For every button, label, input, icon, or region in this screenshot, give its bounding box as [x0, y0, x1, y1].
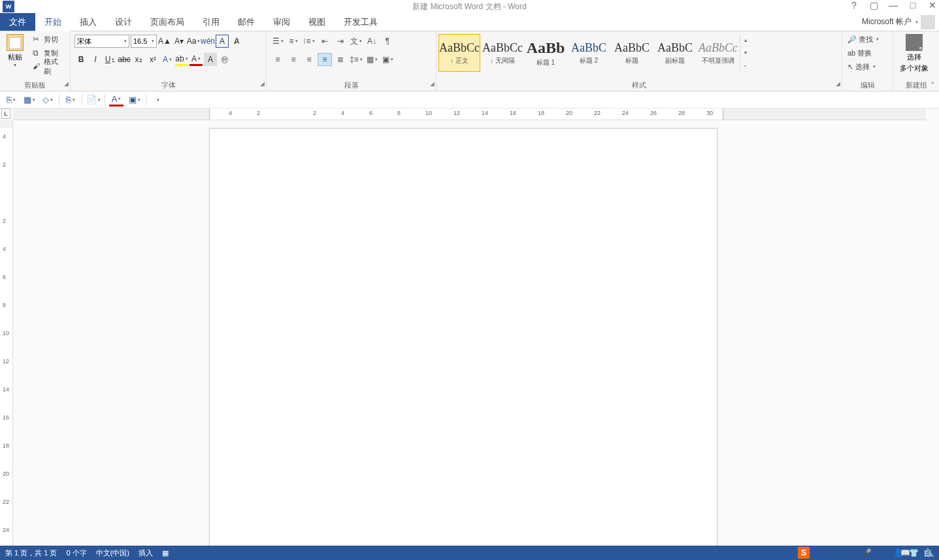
align-center-button[interactable]: ≡: [286, 53, 301, 66]
qat-btn-4[interactable]: ⎘▾: [63, 93, 78, 107]
subscript-button[interactable]: x₂: [132, 53, 145, 66]
find-button[interactable]: 🔎查找▾: [845, 33, 881, 46]
help-icon[interactable]: ?: [849, 0, 859, 10]
char-border-button[interactable]: A: [216, 35, 229, 48]
page-canvas[interactable]: [209, 128, 717, 560]
shrink-font-button[interactable]: A▾: [173, 35, 186, 48]
tab-layout[interactable]: 页面布局: [141, 13, 193, 31]
borders-button[interactable]: ▣▾: [380, 53, 395, 66]
justify-button[interactable]: ≡: [318, 53, 332, 66]
styles-launcher-icon[interactable]: ◢: [836, 80, 840, 87]
italic-button[interactable]: I: [89, 53, 102, 66]
minimize-icon[interactable]: —: [888, 0, 898, 10]
account-menu[interactable]: Microsoft 帐户 ▾: [858, 13, 939, 31]
qat-page-button[interactable]: 📄▾: [86, 93, 101, 107]
ime-mic-icon[interactable]: 🎤: [861, 547, 872, 559]
clear-format-button[interactable]: A̷: [230, 35, 243, 48]
format-painter-button[interactable]: 格式刷: [30, 60, 67, 73]
underline-button[interactable]: U▾: [103, 53, 116, 66]
ime-emoji-icon[interactable]: ☺: [845, 547, 857, 559]
sort-button[interactable]: A↓: [365, 35, 379, 48]
shading-button[interactable]: ▦▾: [365, 53, 379, 66]
status-insert-mode[interactable]: 插入: [139, 548, 153, 558]
maximize-icon[interactable]: □: [908, 0, 918, 10]
line-spacing-button[interactable]: ‡≡▾: [349, 53, 363, 66]
style-normal[interactable]: AaBbCc↓ 正文: [438, 34, 480, 72]
phonetic-guide-button[interactable]: wén: [201, 35, 214, 48]
qat-fontcolor-button[interactable]: A▾: [109, 93, 124, 107]
styles-scroll-up-icon[interactable]: ▴: [740, 34, 750, 46]
paste-button[interactable]: 粘贴 ▾: [3, 33, 27, 69]
styles-scroll-down-icon[interactable]: ▾: [740, 46, 750, 59]
font-color-button[interactable]: A▾: [189, 53, 203, 66]
style-title[interactable]: AaBbC标题: [611, 34, 653, 72]
paragraph-launcher-icon[interactable]: ◢: [430, 80, 435, 87]
qat-shape-button[interactable]: ◇▾: [41, 93, 55, 107]
tab-file[interactable]: 文件: [0, 13, 35, 31]
tab-design[interactable]: 设计: [106, 13, 141, 31]
ime-user-icon[interactable]: 👤: [892, 547, 904, 559]
superscript-button[interactable]: x²: [146, 53, 159, 66]
highlight-color-button[interactable]: ab▾: [175, 53, 188, 66]
ime-skin-icon[interactable]: 👕: [908, 547, 919, 559]
show-marks-button[interactable]: ¶: [380, 35, 395, 48]
clipboard-launcher-icon[interactable]: ◢: [64, 80, 69, 87]
ime-tool-icon[interactable]: 🔧: [923, 547, 935, 559]
decrease-indent-button[interactable]: ⇤: [318, 35, 332, 48]
status-language[interactable]: 中文(中国): [96, 548, 129, 558]
change-case-button[interactable]: Aa▾: [187, 35, 200, 48]
status-macro-icon[interactable]: ▦: [162, 549, 169, 557]
ime-lang-icon[interactable]: 中: [814, 547, 825, 559]
ribbon-display-icon[interactable]: ▢: [868, 0, 879, 10]
enclose-char-button[interactable]: ㊕: [218, 53, 231, 66]
sogou-ime-icon[interactable]: S: [798, 547, 810, 559]
horizontal-ruler[interactable]: 4224681012141618202224262830: [13, 108, 926, 120]
replace-button[interactable]: ab替换: [845, 46, 881, 59]
tab-references[interactable]: 引用: [193, 13, 229, 31]
style-heading2[interactable]: AaBbC标题 2: [568, 34, 610, 72]
increase-indent-button[interactable]: ⇥: [333, 35, 348, 48]
ime-punct-icon[interactable]: •,: [829, 547, 841, 559]
vertical-ruler[interactable]: 4224681012141618202224: [0, 120, 13, 546]
style-subtle-emph[interactable]: AaBbCc不明显强调: [697, 34, 739, 72]
status-page[interactable]: 第 1 页，共 1 页: [5, 548, 57, 558]
status-word-count[interactable]: 0 个字: [66, 548, 86, 558]
chevron-down-icon: ▾: [14, 62, 16, 68]
tab-mailings[interactable]: 邮件: [229, 13, 264, 31]
text-effects-button[interactable]: A▾: [161, 53, 174, 66]
styles-expand-icon[interactable]: ⌄: [740, 59, 750, 72]
style-subtitle[interactable]: AaBbC副标题: [654, 34, 696, 72]
tab-view[interactable]: 视图: [299, 13, 335, 31]
tab-stop-selector[interactable]: L: [1, 108, 10, 119]
numbering-button[interactable]: ≡▾: [286, 35, 301, 48]
collapse-ribbon-icon[interactable]: ⌃: [930, 81, 935, 88]
tab-insert[interactable]: 插入: [71, 13, 106, 31]
multilevel-button[interactable]: ⁝≡▾: [302, 35, 316, 48]
tab-developer[interactable]: 开发工具: [335, 13, 387, 31]
tab-review[interactable]: 审阅: [264, 13, 299, 31]
select-button[interactable]: ↖选择▾: [845, 60, 881, 73]
char-shading-button[interactable]: A: [204, 53, 217, 66]
qat-border-button[interactable]: ▣▾: [127, 93, 142, 107]
select-multiple-objects-button[interactable]: ↖ 选择 多个对象: [896, 33, 932, 74]
ime-keyboard-icon[interactable]: ⌨: [876, 547, 888, 559]
cut-button[interactable]: 剪切: [30, 33, 67, 46]
style-heading1[interactable]: AaBb标题 1: [525, 34, 567, 72]
font-launcher-icon[interactable]: ◢: [260, 80, 265, 87]
tab-home[interactable]: 开始: [35, 13, 71, 31]
qat-more-button[interactable]: ▾: [150, 93, 165, 107]
bullets-button[interactable]: ☰▾: [271, 35, 285, 48]
font-size-combo[interactable]: 16.5▾: [131, 35, 157, 48]
align-right-button[interactable]: ≡: [302, 53, 316, 66]
asian-layout-button[interactable]: 文▾: [349, 35, 363, 48]
style-no-spacing[interactable]: AaBbCc↓ 无间隔: [482, 34, 523, 72]
font-name-combo[interactable]: 宋体▾: [74, 35, 129, 48]
qat-btn-1[interactable]: ⎘▾: [4, 93, 18, 107]
qat-table-button[interactable]: ▦▾: [22, 93, 37, 107]
bold-button[interactable]: B: [74, 53, 88, 66]
align-left-button[interactable]: ≡: [271, 53, 285, 66]
grow-font-button[interactable]: A▲: [158, 35, 171, 48]
distribute-button[interactable]: ≣: [333, 53, 348, 66]
close-icon[interactable]: ✕: [927, 0, 938, 10]
strikethrough-button[interactable]: abc: [118, 53, 131, 66]
